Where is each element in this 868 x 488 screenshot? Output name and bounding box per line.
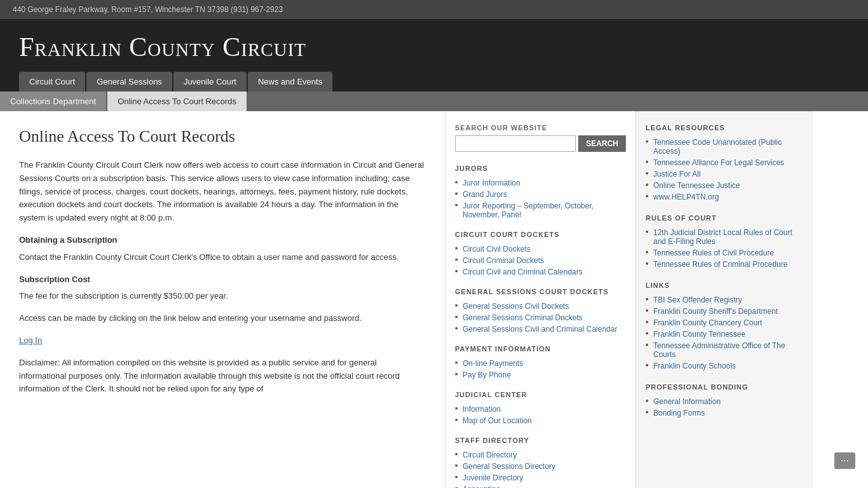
sheriff-link[interactable]: Franklin County Sheriff's Department: [653, 307, 778, 316]
cost-text: The fee for the subscription is currentl…: [19, 290, 426, 303]
search-row: SEARCH: [455, 135, 626, 152]
circuit-directory-link[interactable]: Circuit Directory: [463, 451, 517, 459]
bonding-forms-link[interactable]: Bonding Forms: [653, 409, 705, 417]
12th-district-rules-link[interactable]: 12th Judicial District Local Rules of Co…: [653, 228, 792, 246]
online-payments-link[interactable]: On-line Payments: [463, 359, 523, 368]
map-link[interactable]: Map of Our Location: [463, 416, 532, 425]
list-item: Franklin County Sheriff's Department: [646, 306, 804, 317]
list-item: Franklin County Schools: [646, 360, 804, 372]
nav-tab-news-events[interactable]: News and Events: [248, 72, 332, 92]
general-sessions-dockets-section: GENERAL SESSIONS COURT DOCKETS General S…: [455, 288, 626, 335]
list-item: Justice For All: [646, 168, 804, 180]
schools-link[interactable]: Franklin County Schools: [653, 362, 736, 370]
list-item: Information: [455, 403, 626, 415]
pay-phone-link[interactable]: Pay By Phone: [463, 370, 511, 379]
list-item: Accounting: [455, 484, 626, 488]
intro-paragraph: The Franklin County Circuit Court Clerk …: [19, 159, 426, 225]
content-wrapper: Online Access To Court Records The Frank…: [0, 111, 868, 488]
search-button[interactable]: SEARCH: [578, 135, 626, 152]
staff-directory-list: Circuit Directory General Sessions Direc…: [455, 449, 626, 488]
obtaining-heading: Obtaining a Subscription: [19, 234, 426, 247]
justice-for-all-link[interactable]: Justice For All: [653, 170, 701, 179]
list-item: Juror Information: [455, 177, 626, 189]
right-sidebar: LEGAL RESOURCES Tennessee Code Unannotat…: [635, 111, 813, 488]
tn-alliance-link[interactable]: Tennessee Alliance For Legal Services: [653, 158, 784, 167]
list-item: Pay By Phone: [455, 369, 626, 381]
staff-directory-section: STAFF DIRECTORY Circuit Directory Genera…: [455, 437, 626, 488]
disclaimer-text: Disclaimer: All information compiled on …: [19, 356, 426, 396]
gs-civil-link[interactable]: General Sessions Civil Dockets: [463, 302, 569, 311]
sub-tab-online-access[interactable]: Online Access To Court Records: [107, 92, 247, 111]
list-item: Bonding Forms: [646, 407, 804, 419]
list-item: General Sessions Directory: [455, 461, 626, 472]
list-item: Tennessee Administrative Office of The C…: [646, 340, 804, 360]
sub-tab-collections[interactable]: Collections Department: [0, 92, 106, 111]
search-input[interactable]: [455, 135, 576, 152]
civil-procedure-link[interactable]: Tennessee Rules of Civil Procedure: [653, 248, 774, 257]
circuit-civil-link[interactable]: Circuit Civil Dockets: [463, 245, 531, 254]
circuit-dockets-list: Circuit Civil Dockets Circuit Criminal D…: [455, 243, 626, 278]
search-label: Search Our Website: [455, 124, 626, 132]
main-nav: Circuit Court General Sessions Juvenile …: [19, 72, 849, 92]
site-title: Franklin County Circuit: [19, 32, 849, 62]
information-link[interactable]: Information: [463, 405, 501, 414]
payment-list: On-line Payments Pay By Phone: [455, 358, 626, 381]
online-tn-justice-link[interactable]: Online Tennessee Justice: [653, 181, 740, 190]
professional-bonding-section: PROFESSIONAL BONDING General Information…: [646, 383, 804, 419]
gs-calendar-link[interactable]: General Sessions Civil and Criminal Cale…: [463, 325, 617, 334]
top-bar: 440 George Fraley Parkway, Room #157, Wi…: [0, 0, 868, 19]
list-item: General Sessions Criminal Dockets: [455, 312, 626, 323]
list-item: Circuit Civil Dockets: [455, 243, 626, 255]
list-item: Circuit Criminal Dockets: [455, 255, 626, 266]
jurors-section: JURORS Juror Information Grand Jurors Ju…: [455, 165, 626, 220]
nav-tab-general-sessions[interactable]: General Sessions: [86, 72, 172, 92]
help4tn-link[interactable]: www.HELP4TN.org: [653, 193, 719, 201]
circuit-criminal-link[interactable]: Circuit Criminal Dockets: [463, 256, 544, 265]
juvenile-directory-link[interactable]: Juvenile Directory: [463, 473, 523, 482]
links-list: TBI Sex Offender Registry Franklin Count…: [646, 294, 804, 372]
jurors-title: JURORS: [455, 165, 626, 172]
grand-jurors-link[interactable]: Grand Jurors: [463, 190, 507, 199]
gs-dockets-title: GENERAL SESSIONS COURT DOCKETS: [455, 288, 626, 295]
juror-reporting-link[interactable]: Juror Reporting – September, October, No…: [463, 201, 593, 219]
list-item: On-line Payments: [455, 358, 626, 369]
circuit-calendar-link[interactable]: Circuit Civil and Criminal Calendars: [463, 268, 583, 276]
login-link[interactable]: Log In: [19, 336, 42, 345]
sidebar: Search Our Website SEARCH JURORS Juror I…: [445, 111, 635, 488]
rules-of-court-section: RULES OF COURT 12th Judicial District Lo…: [646, 214, 804, 270]
juror-info-link[interactable]: Juror Information: [463, 179, 520, 187]
list-item: Franklin County Tennessee: [646, 329, 804, 340]
page-title: Online Access To Court Records: [19, 127, 426, 146]
admin-office-link[interactable]: Tennessee Administrative Office of The C…: [653, 341, 785, 359]
sub-nav: Collections Department Online Access To …: [0, 92, 868, 111]
payment-title: PAYMENT INFORMATION: [455, 345, 626, 353]
chancery-link[interactable]: Franklin County Chancery Court: [653, 318, 762, 327]
criminal-procedure-link[interactable]: Tennessee Rules of Criminal Procedure: [653, 260, 787, 269]
tn-code-link[interactable]: Tennessee Code Unannotated (Public Acces…: [653, 138, 782, 156]
list-item: Juror Reporting – September, October, No…: [455, 200, 626, 220]
gs-directory-link[interactable]: General Sessions Directory: [463, 462, 555, 471]
franklin-county-tn-link[interactable]: Franklin County Tennessee: [653, 330, 745, 339]
list-item: TBI Sex Offender Registry: [646, 294, 804, 306]
list-item: Online Tennessee Justice: [646, 180, 804, 191]
gs-dockets-list: General Sessions Civil Dockets General S…: [455, 301, 626, 335]
legal-resources-title: LEGAL RESOURCES: [646, 124, 804, 132]
bonding-general-info-link[interactable]: General Information: [653, 397, 721, 406]
list-item: Juvenile Directory: [455, 472, 626, 484]
nav-tab-circuit-court[interactable]: Circuit Court: [19, 72, 85, 92]
tbi-link[interactable]: TBI Sex Offender Registry: [653, 295, 742, 304]
links-title: LINKS: [646, 281, 804, 289]
accounting-link[interactable]: Accounting: [463, 485, 500, 488]
jurors-list: Juror Information Grand Jurors Juror Rep…: [455, 177, 626, 220]
list-item: General Sessions Civil and Criminal Cale…: [455, 323, 626, 335]
judicial-list: Information Map of Our Location: [455, 403, 626, 426]
site-header: Franklin County Circuit Circuit Court Ge…: [0, 19, 868, 92]
nav-tab-juvenile-court[interactable]: Juvenile Court: [173, 72, 247, 92]
rules-of-court-list: 12th Judicial District Local Rules of Co…: [646, 227, 804, 270]
payment-section: PAYMENT INFORMATION On-line Payments Pay…: [455, 345, 626, 381]
search-section: Search Our Website SEARCH: [455, 124, 626, 152]
ellipsis-button[interactable]: ···: [834, 452, 855, 469]
professional-bonding-list: General Information Bonding Forms: [646, 396, 804, 419]
gs-criminal-link[interactable]: General Sessions Criminal Dockets: [463, 313, 583, 322]
list-item: Grand Jurors: [455, 189, 626, 200]
